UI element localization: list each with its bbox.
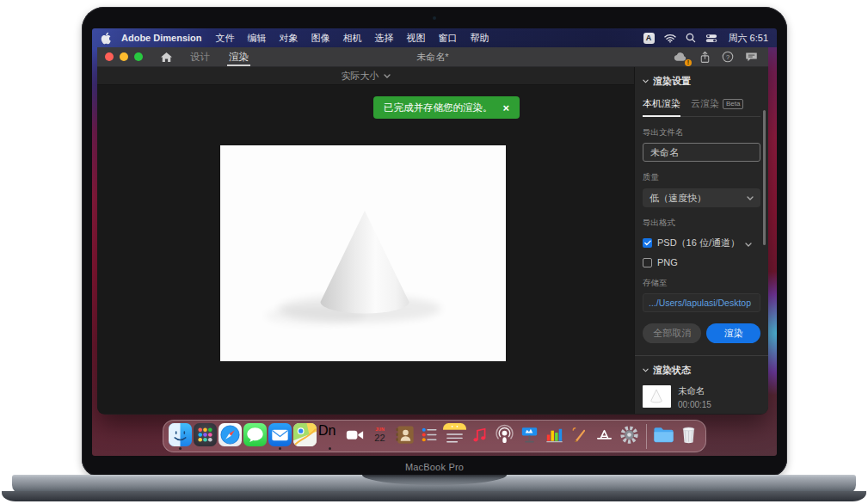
home-icon[interactable] — [160, 52, 173, 63]
dock-icon-maps[interactable] — [293, 423, 317, 450]
minimize-button[interactable] — [120, 52, 128, 61]
dock-icon-dimension[interactable]: Dn — [318, 423, 342, 450]
window-controls — [97, 52, 143, 61]
menu-bar-status: A 周六 6:51 — [643, 32, 768, 45]
warning-badge: ! — [685, 59, 692, 66]
export-format-label: 导出格式 — [643, 218, 760, 229]
control-center-icon[interactable] — [705, 34, 717, 43]
save-to-label: 存储至 — [643, 278, 760, 289]
cancel-all-button[interactable]: 全部取消 — [643, 323, 701, 343]
svg-text:JUN: JUN — [375, 426, 385, 431]
contacts-icon — [393, 423, 416, 446]
menu-item-9[interactable]: 帮助 — [471, 32, 489, 45]
dock-icon-downloads-folder[interactable] — [652, 423, 675, 450]
beta-badge: Beta — [723, 99, 743, 109]
menu-item-4[interactable]: 图像 — [311, 32, 330, 45]
close-button[interactable] — [105, 52, 114, 61]
panel-scrollbar[interactable] — [763, 110, 766, 245]
render-settings-header[interactable]: 渲染设置 — [643, 75, 760, 88]
trash-icon — [677, 423, 700, 446]
launchpad-icon — [194, 423, 217, 446]
render-item-time: 00:00:15 — [678, 400, 711, 409]
dock-icon-music[interactable] — [468, 423, 491, 450]
dock-icon-pages[interactable] — [568, 423, 591, 450]
dock-icon-reminders[interactable] — [418, 423, 441, 450]
macbook-device: Adobe Dimension 文件编辑对象图像相机选择视图窗口帮助 A 周六 … — [0, 0, 868, 504]
menu-item-2[interactable]: 编辑 — [248, 32, 267, 45]
render-button[interactable]: 渲染 — [706, 323, 760, 343]
render-canvas — [97, 85, 634, 414]
dock-icon-numbers[interactable] — [543, 423, 566, 450]
zoom-level-label: 实际大小 — [342, 70, 379, 83]
dock-icon-finder[interactable] — [169, 423, 192, 450]
dock-icon-facetime[interactable] — [343, 423, 366, 450]
document-title: 未命名* — [416, 47, 448, 67]
zoom-button[interactable] — [134, 52, 143, 61]
messages-icon — [243, 423, 267, 446]
menu-clock[interactable]: 周六 6:51 — [729, 32, 768, 45]
dock-icon-messages[interactable] — [243, 423, 267, 450]
spotlight-icon[interactable] — [686, 33, 696, 43]
chevron-down-icon[interactable] — [745, 238, 752, 249]
window-actions: ! ? — [672, 51, 768, 64]
banner-close-icon[interactable]: × — [503, 101, 510, 114]
canvas-column: 实际大小 — [97, 67, 634, 414]
menu-item-5[interactable]: 相机 — [343, 32, 362, 45]
export-format-options: PSD（16 位/通道）PNG — [643, 237, 760, 267]
calendar-icon: JUN22 — [368, 423, 391, 446]
tab-local-render[interactable]: 本机渲染 — [643, 97, 680, 110]
menu-item-1[interactable]: 文件 — [216, 32, 235, 45]
menu-item-7[interactable]: 视图 — [407, 32, 426, 45]
dock-icon-notes[interactable] — [443, 423, 466, 450]
save-path-field[interactable]: .../Users/lapulasi/Desktop — [643, 293, 760, 312]
tab-cloud-render[interactable]: 云渲染 Beta — [691, 97, 743, 110]
menu-item-3[interactable]: 对象 — [280, 32, 299, 45]
svg-text:22: 22 — [374, 432, 385, 442]
zoom-level-control[interactable]: 实际大小 — [97, 67, 634, 85]
sync-warning-icon[interactable]: ! — [672, 51, 688, 64]
finder-icon — [169, 423, 192, 446]
dock-icon-contacts[interactable] — [393, 423, 416, 450]
numbers-icon — [543, 423, 566, 446]
dock-icon-podcasts[interactable] — [493, 423, 516, 450]
tab-design[interactable]: 设计 — [188, 47, 212, 66]
dock-icon-safari[interactable] — [219, 423, 242, 450]
format-option-2[interactable]: PNG — [643, 257, 760, 267]
panel-divider — [635, 355, 768, 356]
render-item-name: 未命名 — [678, 385, 711, 397]
dock-icon-launchpad[interactable] — [194, 423, 217, 450]
checkbox-checked-icon[interactable] — [643, 238, 652, 248]
render-status-header[interactable]: 渲染状态 — [643, 364, 760, 377]
share-icon[interactable] — [699, 51, 711, 64]
macbook-base-lip — [2, 491, 866, 501]
render-artboard — [220, 145, 506, 361]
wifi-icon[interactable] — [664, 34, 676, 43]
menu-item-6[interactable]: 选择 — [375, 32, 394, 45]
tab-render[interactable]: 渲染 — [227, 47, 250, 66]
app-menu-name[interactable]: Adobe Dimension — [121, 33, 202, 43]
dock-icon-calendar[interactable]: JUN22 — [368, 423, 391, 450]
format-option-label: PNG — [657, 257, 678, 267]
apple-menu-icon[interactable] — [101, 32, 111, 45]
quality-label: 质量 — [643, 172, 760, 183]
quality-select[interactable]: 低（速度快） — [643, 188, 760, 207]
reminders-icon — [418, 423, 441, 446]
menu-item-8[interactable]: 窗口 — [439, 32, 458, 45]
dock-icon-keynote[interactable] — [518, 423, 541, 450]
downloads-folder-icon — [652, 423, 675, 446]
dock-icon-mail[interactable] — [268, 423, 292, 450]
feedback-icon[interactable] — [745, 52, 758, 63]
dock-icon-system-preferences[interactable] — [618, 423, 641, 450]
format-option-1[interactable]: PSD（16 位/通道） — [643, 237, 760, 249]
dock-icon-trash[interactable] — [677, 423, 700, 450]
checkbox-unchecked-icon[interactable] — [643, 258, 652, 267]
render-status-item[interactable]: 未命名 00:00:15 — [643, 385, 760, 409]
help-icon[interactable]: ? — [722, 51, 734, 63]
dock-separator — [646, 424, 647, 449]
input-source-icon[interactable]: A — [643, 33, 655, 44]
keynote-icon — [518, 423, 541, 446]
banner-text: 已完成并存储您的渲染。 — [384, 101, 493, 114]
app-store-icon — [593, 423, 616, 446]
export-filename-input[interactable]: 未命名 — [643, 143, 760, 162]
dock-icon-app-store[interactable] — [593, 423, 616, 450]
